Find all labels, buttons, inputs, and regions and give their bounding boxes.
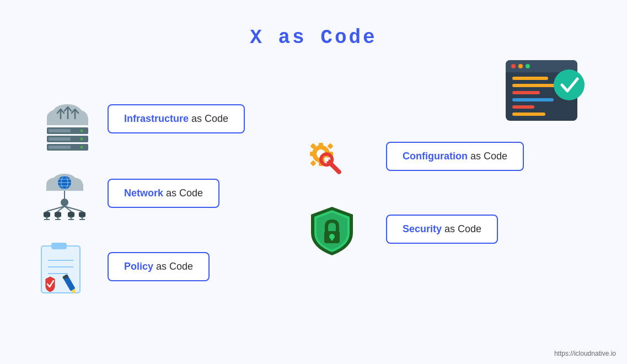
policy-highlight: Policy bbox=[124, 261, 153, 272]
svg-rect-50 bbox=[68, 212, 74, 217]
svg-rect-49 bbox=[55, 212, 61, 217]
svg-rect-10 bbox=[512, 105, 534, 109]
svg-point-4 bbox=[518, 64, 523, 68]
security-icon bbox=[304, 202, 360, 260]
network-box: Network as Code bbox=[108, 179, 219, 208]
svg-point-5 bbox=[526, 64, 530, 68]
policy-box: Policy as Code bbox=[108, 252, 210, 281]
svg-rect-51 bbox=[79, 212, 85, 217]
svg-rect-27 bbox=[49, 146, 71, 149]
configuration-highlight: Configuration bbox=[403, 151, 468, 162]
svg-rect-73 bbox=[310, 152, 315, 156]
page: X as Code bbox=[0, 0, 627, 364]
network-icon bbox=[33, 170, 97, 226]
title-rest: as Code bbox=[264, 26, 377, 49]
svg-rect-7 bbox=[512, 84, 559, 87]
security-highlight: Security bbox=[403, 223, 442, 234]
svg-rect-62 bbox=[51, 243, 67, 249]
network-rest: as Code bbox=[163, 188, 203, 199]
svg-point-28 bbox=[81, 146, 83, 149]
svg-rect-71 bbox=[319, 143, 323, 148]
svg-rect-58 bbox=[68, 219, 74, 220]
configuration-box: Configuration as Code bbox=[386, 142, 524, 171]
configuration-icon bbox=[298, 131, 353, 186]
configuration-rest: as Code bbox=[468, 151, 507, 162]
svg-rect-84 bbox=[331, 237, 333, 240]
svg-rect-56 bbox=[44, 219, 50, 220]
svg-point-3 bbox=[511, 64, 516, 68]
svg-rect-77 bbox=[310, 160, 316, 166]
network-highlight: Network bbox=[124, 188, 163, 199]
svg-rect-59 bbox=[79, 219, 85, 220]
title-x: X bbox=[250, 26, 264, 49]
content-area: Infrastructure as Code Network as Code P… bbox=[0, 49, 627, 364]
security-rest: as Code bbox=[442, 223, 481, 234]
infrastructure-box: Infrastructure as Code bbox=[108, 104, 245, 133]
policy-icon bbox=[30, 239, 94, 297]
security-box: Security as Code bbox=[386, 215, 498, 244]
svg-rect-9 bbox=[512, 98, 554, 101]
svg-point-22 bbox=[81, 130, 83, 132]
infrastructure-icon bbox=[36, 99, 99, 154]
svg-rect-6 bbox=[512, 77, 548, 80]
svg-rect-21 bbox=[49, 129, 71, 132]
svg-point-12 bbox=[554, 69, 585, 100]
svg-rect-57 bbox=[55, 219, 61, 220]
footer-url: https://icloudnative.io bbox=[554, 350, 616, 357]
page-title: X as Code bbox=[250, 26, 377, 49]
svg-rect-8 bbox=[512, 91, 540, 94]
infrastructure-rest: as Code bbox=[189, 113, 228, 124]
code-editor-illustration bbox=[506, 60, 594, 146]
svg-rect-24 bbox=[49, 137, 71, 141]
policy-rest: as Code bbox=[153, 261, 193, 272]
svg-rect-76 bbox=[327, 143, 333, 149]
svg-point-25 bbox=[81, 138, 83, 141]
svg-point-38 bbox=[61, 199, 68, 206]
infrastructure-highlight: Infrastructure bbox=[124, 113, 189, 124]
footer: https://icloudnative.io bbox=[554, 350, 616, 357]
svg-rect-48 bbox=[44, 212, 50, 217]
svg-rect-11 bbox=[512, 113, 545, 116]
